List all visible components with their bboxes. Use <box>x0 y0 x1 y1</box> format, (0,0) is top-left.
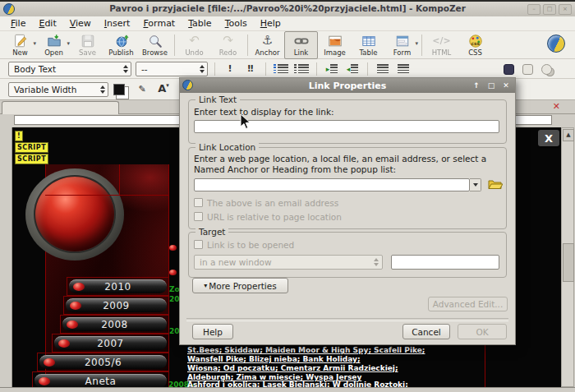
menu-help[interactable]: Help <box>255 17 287 30</box>
form-label: Form <box>393 48 411 57</box>
menu-file[interactable]: File <box>5 17 31 30</box>
dialog-maximize-icon[interactable]: □ <box>485 81 497 90</box>
link-label: Link <box>294 48 308 57</box>
layer-solid-icon[interactable] <box>504 64 514 75</box>
email-checkbox[interactable] <box>194 198 203 207</box>
minimize-button[interactable]: – <box>527 4 540 15</box>
align-left-button[interactable] <box>375 62 391 76</box>
script-marker-badge[interactable]: SCRIPT <box>15 154 48 164</box>
page-link-line[interactable]: Wansfell Pike; Blizej nieba; Bank Holida… <box>187 355 361 363</box>
table-button[interactable]: Table <box>352 31 385 59</box>
redo-arrow-icon: ↷ <box>223 34 233 48</box>
document-tab[interactable] <box>2 101 119 114</box>
html-button[interactable]: </> HTML <box>425 31 458 59</box>
dialog-close-icon[interactable]: ✕ <box>500 81 512 90</box>
ok-button[interactable]: OK <box>458 324 507 339</box>
menu-tools[interactable]: Tools <box>219 17 253 30</box>
green-link-fragment[interactable]: 20 <box>169 295 180 303</box>
menu-format[interactable]: Format <box>137 17 181 30</box>
help-button[interactable]: Help <box>192 324 233 339</box>
nav-row-2009[interactable]: 2009 <box>63 296 169 315</box>
cancel-button[interactable]: Cancel <box>402 324 450 339</box>
align-right-button[interactable] <box>395 62 412 76</box>
ok-label: OK <box>476 327 488 337</box>
page-link-line[interactable]: Ashford i okolica; Lasek Bielanski; W do… <box>187 380 408 387</box>
redo-label: Redo <box>219 48 237 57</box>
layers-group-icon[interactable] <box>541 64 552 75</box>
alert-marker-badge[interactable]: ! <box>15 131 23 141</box>
link-location-input[interactable] <box>194 178 470 191</box>
menu-insert[interactable]: Insert <box>99 17 136 30</box>
red-round-button-graphic[interactable] <box>34 175 116 253</box>
more-properties-button[interactable]: ▾ More Properties <box>192 278 288 293</box>
font-select[interactable]: Variable Width <box>8 82 108 97</box>
menu-edit[interactable]: Edit <box>33 17 62 30</box>
vertical-scrollbar[interactable]: ▲ <box>561 127 574 387</box>
green-link-fragment[interactable]: Zo <box>169 285 180 293</box>
anchor-button[interactable]: ⚓ Anchor <box>251 31 284 59</box>
new-dropdown-caret[interactable]: ▾ <box>33 40 36 47</box>
bullet-list-button[interactable] <box>293 62 310 76</box>
css-button[interactable]: css CSS <box>458 31 492 59</box>
css-badge-text: css <box>471 41 480 46</box>
table-border-line <box>45 195 169 196</box>
target-legend: Target <box>196 227 228 237</box>
target-name-input[interactable] <box>391 255 499 270</box>
open-dropdown-caret[interactable]: ▾ <box>67 40 70 47</box>
open-button[interactable]: Open ▾ <box>37 31 71 59</box>
redo-button[interactable]: ↷ Redo <box>211 31 245 59</box>
undo-button[interactable]: ↶ Undo <box>177 31 211 59</box>
open-link-checkbox[interactable] <box>194 240 203 249</box>
form-button[interactable]: Form ▾ <box>385 31 419 59</box>
dialog-rollup-icon[interactable]: ↑ <box>471 81 482 90</box>
dialog-titlebar[interactable]: Link Properties ↑ □ ✕ <box>180 78 515 93</box>
paragraph-format-select[interactable]: Body Text <box>8 62 131 76</box>
link-location-label: Enter a web page location, a local file,… <box>194 154 499 175</box>
target-window-select[interactable]: in a new window <box>194 255 383 270</box>
close-button[interactable]: × <box>559 4 572 15</box>
highlight-pencil-button[interactable]: ✎ <box>134 82 150 97</box>
open-folder-icon <box>47 34 62 48</box>
strong-emphasis-button[interactable]: ‼ <box>242 62 259 76</box>
nav-row-2010[interactable]: 2010 <box>67 277 169 296</box>
class-select[interactable]: -- <box>136 62 208 76</box>
font-select-value: Variable Width <box>14 85 76 95</box>
decrease-font-button[interactable]: A▾ <box>155 82 172 97</box>
scroll-up-icon[interactable]: ▲ <box>563 129 574 141</box>
advanced-edit-button[interactable]: Advanced Edit... <box>428 297 508 311</box>
publish-button[interactable]: Publish <box>104 31 138 59</box>
html-label: HTML <box>432 48 452 57</box>
form-dropdown-caret[interactable]: ▾ <box>415 40 418 47</box>
page-link-line[interactable]: Wiosna; Od poczatku; Cmentarz Armii Radz… <box>187 364 398 372</box>
nav-row-2005-6[interactable]: 2005/6 <box>37 353 169 371</box>
nav-row-2008[interactable]: 2008 <box>60 315 169 334</box>
tab-close-icon[interactable]: ✕ <box>553 102 560 112</box>
maximize-button[interactable]: □ <box>543 4 556 15</box>
numbered-list-button[interactable] <box>273 62 289 76</box>
missing-image-placeholder[interactable]: X <box>538 130 559 146</box>
choose-file-button[interactable] <box>488 178 503 192</box>
menu-table[interactable]: Table <box>182 17 217 30</box>
nav-row-aneta[interactable]: Aneta <box>32 371 169 387</box>
throbber-globe-icon <box>547 35 565 53</box>
new-button[interactable]: New ▾ <box>3 31 37 59</box>
save-button[interactable]: Save <box>71 31 104 59</box>
location-dropdown-button[interactable] <box>470 178 481 191</box>
advanced-edit-label: Advanced Edit... <box>433 299 504 309</box>
relative-url-checkbox[interactable] <box>194 212 203 221</box>
text-color-swatch[interactable] <box>113 84 125 95</box>
format-toolbar: Body Text -- ! ‼ ▸ ◂ <box>0 59 575 79</box>
menu-view[interactable]: View <box>64 17 97 30</box>
scrollbar-thumb[interactable] <box>563 243 574 282</box>
nav-row-2007[interactable]: 2007 <box>52 334 169 353</box>
outdent-button[interactable]: ◂ <box>344 62 361 76</box>
emphasis-button[interactable]: ! <box>222 62 238 76</box>
browse-button[interactable]: Browse <box>138 31 172 59</box>
indent-button[interactable]: ▸ <box>324 62 340 76</box>
image-button[interactable]: Image <box>318 31 352 59</box>
link-properties-dialog: Link Properties ↑ □ ✕ Link Text Enter te… <box>179 77 516 345</box>
page-link-line[interactable]: St.Bees; Skiddaw; Maiden Moor & High Spy… <box>187 346 425 354</box>
script-marker-badge[interactable]: SCRIPT <box>15 142 48 153</box>
link-button[interactable]: Link <box>284 31 318 59</box>
layer-outline-icon[interactable] <box>522 64 533 75</box>
